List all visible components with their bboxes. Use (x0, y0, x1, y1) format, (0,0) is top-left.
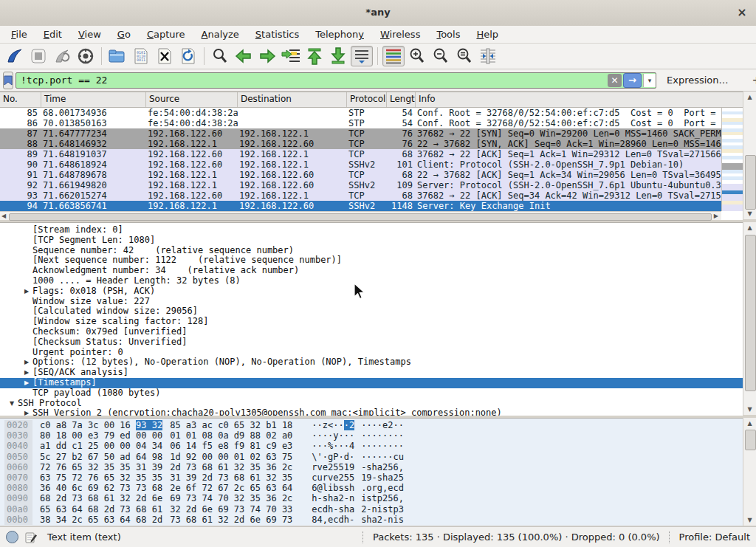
detail-line[interactable]: [TCP Segment Len: 1080] (0, 235, 743, 246)
scroll-right-icon[interactable]: ▶ (714, 213, 718, 219)
packet-list-vertical-scrollbar[interactable]: ▲ ▼ (743, 92, 756, 219)
go-to-bottom-icon[interactable] (327, 46, 349, 66)
detail-line[interactable]: Acknowledgment number: 34 (relative ack … (0, 266, 743, 276)
menu-telephony[interactable]: Telephony (307, 27, 372, 41)
filter-apply-button[interactable]: → (623, 73, 642, 88)
find-packet-icon[interactable] (209, 46, 231, 66)
close-window-button[interactable]: × (734, 4, 750, 21)
detail-line[interactable]: ▼SSH Protocol (0, 399, 743, 409)
hex-row-0020[interactable]: 0020c0 a8 7a 3c 00 16 93 3285 a3 ac c0 6… (0, 420, 743, 430)
capture-options-icon[interactable] (75, 46, 97, 66)
go-to-packet-icon[interactable] (280, 46, 302, 66)
scroll-down-icon[interactable]: ▼ (743, 515, 756, 525)
start-capture-icon[interactable] (4, 46, 26, 66)
menu-wireless[interactable]: Wireless (372, 27, 428, 41)
expander-icon[interactable]: ▶ (21, 408, 32, 416)
expander-icon[interactable]: ▶ (21, 378, 32, 388)
capture-comment-icon[interactable] (25, 531, 37, 543)
packet-row-88[interactable]: 8871.648146932192.168.122.1192.168.122.6… (0, 139, 721, 149)
packet-row-92[interactable]: 9271.661949820192.168.122.1192.168.122.6… (0, 180, 721, 190)
reload-file-icon[interactable] (177, 46, 199, 66)
hex-row-00a0[interactable]: 00a065 63 64 68 2d 73 68 6132 2d 6e 69 7… (0, 504, 743, 515)
packet-list-scroll-thumb[interactable] (745, 155, 756, 210)
packet-row-85[interactable]: 8568.001734936fe:54:00:d4:38:2aSTP54Conf… (0, 108, 721, 118)
close-file-icon[interactable] (154, 46, 176, 66)
packet-row-89[interactable]: 8971.648191037192.168.122.60192.168.122.… (0, 149, 721, 159)
menu-help[interactable]: Help (468, 27, 506, 41)
title-bar[interactable]: *any × (0, 0, 756, 27)
packet-row-90[interactable]: 9071.648618924192.168.122.60192.168.122.… (0, 159, 721, 170)
scroll-down-icon[interactable]: ▼ (743, 209, 756, 219)
menu-analyze[interactable]: Analyze (193, 27, 247, 41)
detail-line[interactable]: Window size value: 227 (0, 297, 743, 307)
column-header-destination[interactable]: Destination (238, 92, 347, 107)
detail-line[interactable]: ▶[Timestamps] (0, 378, 743, 388)
detail-line[interactable]: [Window size scaling factor: 128] (0, 317, 743, 327)
scroll-up-icon[interactable]: ▲ (743, 419, 756, 428)
open-file-icon[interactable] (106, 46, 128, 66)
expander-icon[interactable]: ▶ (21, 286, 32, 297)
expander-icon[interactable]: ▶ (21, 357, 32, 368)
menu-view[interactable]: View (70, 27, 109, 41)
scroll-left-icon[interactable]: ◀ (1, 213, 6, 219)
auto-scroll-icon[interactable] (351, 46, 373, 66)
zoom-in-icon[interactable] (406, 46, 428, 66)
menu-tools[interactable]: Tools (428, 27, 468, 41)
hex-row-00b0[interactable]: 00b038 34 2c 65 63 64 68 2d73 68 61 32 2… (0, 515, 743, 525)
scroll-up-icon[interactable]: ▲ (743, 223, 756, 233)
hex-row-0090[interactable]: 009068 2d 73 68 61 32 2d 6e69 73 74 70 3… (0, 493, 743, 503)
detail-line[interactable]: [Next sequence number: 1122 (relative se… (0, 255, 743, 266)
detail-line[interactable]: ▶Flags: 0x018 (PSH, ACK) (0, 286, 743, 297)
filter-dropdown-button[interactable]: ▾ (643, 74, 656, 87)
menu-go[interactable]: Go (109, 27, 139, 41)
hex-row-0030[interactable]: 003080 18 00 e3 79 ed 00 0001 01 08 0a d… (0, 430, 743, 441)
column-header-length[interactable]: Length (387, 92, 416, 107)
detail-line[interactable]: TCP payload (1080 bytes) (0, 388, 743, 399)
scroll-down-icon[interactable]: ▼ (743, 405, 756, 414)
hex-row-0070[interactable]: 007063 75 72 76 65 32 35 3531 39 2d 73 6… (0, 472, 743, 483)
packet-list-horizontal-scrollbar[interactable]: ◀ ▶ (0, 211, 721, 220)
profile-selector[interactable]: Profile: Default (679, 531, 750, 543)
packet-row-86[interactable]: 8670.013850163fe:54:00:d4:38:2aSTP54Conf… (0, 118, 721, 128)
resize-columns-icon[interactable] (477, 46, 499, 66)
menu-file[interactable]: File (3, 27, 35, 41)
detail-line[interactable]: [Checksum Status: Unverified] (0, 337, 743, 348)
detail-line[interactable]: [Stream index: 0] (0, 225, 743, 235)
zoom-out-icon[interactable] (430, 46, 452, 66)
horizontal-scroll-thumb[interactable] (9, 213, 712, 221)
detail-line[interactable]: ▶SSH Version 2 (encryption:chacha20-poly… (0, 408, 743, 416)
filter-bookmark-button[interactable] (3, 72, 13, 89)
expander-icon[interactable]: ▼ (6, 399, 18, 409)
hex-row-0040[interactable]: 0040a1 dd c1 25 00 00 04 3406 14 f5 e8 f… (0, 441, 743, 451)
go-to-top-icon[interactable] (303, 46, 326, 66)
scroll-up-icon[interactable]: ▲ (743, 92, 756, 102)
zoom-reset-icon[interactable] (453, 46, 475, 66)
intelligent-scrollbar-minimap[interactable] (721, 108, 743, 211)
bytes-scroll-thumb[interactable] (745, 430, 756, 450)
packet-row-91[interactable]: 9171.648789678192.168.122.1192.168.122.6… (0, 170, 721, 180)
expander-icon[interactable]: ▶ (21, 368, 32, 378)
detail-line[interactable]: 1000 .... = Header Length: 32 bytes (8) (0, 276, 743, 286)
column-header-no[interactable]: No. (0, 92, 41, 107)
detail-line[interactable]: Checksum: 0x79ed [unverified] (0, 327, 743, 337)
go-back-icon[interactable] (233, 46, 255, 66)
add-filter-button[interactable]: + (746, 74, 756, 87)
detail-vertical-scrollbar[interactable]: ▲ ▼ (743, 222, 756, 415)
column-header-time[interactable]: Time (41, 92, 146, 107)
restart-capture-icon[interactable] (51, 46, 73, 66)
hex-row-0050[interactable]: 00505c 27 b2 67 50 ad 64 981d 92 00 00 0… (0, 452, 743, 462)
packet-row-94[interactable]: 9471.663856741192.168.122.1192.168.122.6… (0, 201, 721, 211)
display-filter-input[interactable]: !tcp.port == 22 ✕ → ▾ (16, 72, 656, 89)
menu-edit[interactable]: Edit (35, 27, 70, 41)
menu-capture[interactable]: Capture (139, 27, 193, 41)
expression-button[interactable]: Expression… (667, 75, 729, 86)
detail-line[interactable]: ▶[SEQ/ACK analysis] (0, 368, 743, 378)
colorize-icon[interactable] (382, 46, 405, 66)
filter-text[interactable]: !tcp.port == 22 (21, 75, 608, 86)
hex-row-0060[interactable]: 006072 76 65 32 35 35 31 392d 73 68 61 3… (0, 462, 743, 472)
detail-line[interactable]: ▶Options: (12 bytes), No-Operation (NOP)… (0, 357, 743, 368)
hex-row-0080[interactable]: 008036 40 6c 69 62 73 73 682e 6f 72 67 2… (0, 483, 743, 493)
packet-row-87[interactable]: 8771.647777234192.168.122.60192.168.122.… (0, 128, 721, 139)
menu-statistics[interactable]: Statistics (247, 27, 307, 41)
column-header-protocol[interactable]: Protocol (347, 92, 387, 107)
